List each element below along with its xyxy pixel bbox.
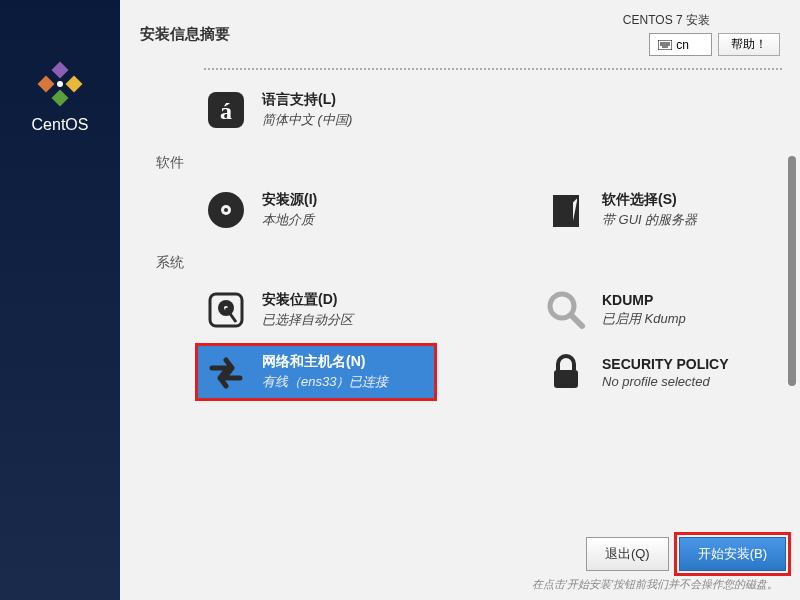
- centos-logo-icon: [36, 60, 84, 108]
- spoke-security-policy[interactable]: SECURITY POLICY No profile selected: [536, 344, 776, 400]
- footer-hint: 在点击'开始安装'按钮前我们并不会操作您的磁盘。: [120, 577, 790, 592]
- svg-text:á: á: [220, 98, 232, 124]
- magnifier-icon: [544, 288, 588, 332]
- item-subtitle: 带 GUI 的服务器: [602, 211, 697, 229]
- sidebar: CentOS: [0, 0, 120, 600]
- spoke-language-support[interactable]: á 语言支持(L) 简体中文 (中国): [196, 82, 782, 138]
- footer: 退出(Q) 开始安装(B) 在点击'开始安装'按钮前我们并不会操作您的磁盘。: [120, 531, 800, 600]
- svg-rect-0: [52, 62, 69, 79]
- item-title: 网络和主机名(N): [262, 353, 388, 371]
- svg-rect-1: [66, 76, 83, 93]
- item-title: 软件选择(S): [602, 191, 697, 209]
- item-subtitle: 有线（ens33）已连接: [262, 373, 388, 391]
- svg-point-4: [57, 81, 63, 87]
- item-subtitle: 本地介质: [262, 211, 317, 229]
- quit-button[interactable]: 退出(Q): [586, 537, 669, 571]
- main-panel: 安装信息摘要 CENTOS 7 安装 cn 帮助！ á 语言支持(L) 简体中文…: [120, 0, 800, 600]
- begin-install-button[interactable]: 开始安装(B): [679, 537, 786, 571]
- help-button[interactable]: 帮助！: [718, 33, 780, 56]
- hdd-icon: [204, 288, 248, 332]
- keyboard-layout: cn: [676, 38, 689, 52]
- item-subtitle: 已启用 Kdump: [602, 310, 686, 328]
- item-subtitle: No profile selected: [602, 374, 729, 389]
- svg-rect-18: [554, 370, 578, 388]
- item-title: 语言支持(L): [262, 91, 352, 109]
- spoke-network[interactable]: 网络和主机名(N) 有线（ens33）已连接: [196, 344, 436, 400]
- scrollbar-thumb[interactable]: [788, 156, 796, 386]
- svg-rect-2: [52, 90, 69, 107]
- lock-icon: [544, 350, 588, 394]
- brand-label: CentOS: [32, 116, 89, 134]
- spoke-install-destination[interactable]: 安装位置(D) 已选择自动分区: [196, 282, 436, 338]
- divider: [204, 68, 782, 70]
- product-label: CENTOS 7 安装: [623, 12, 710, 29]
- language-icon: á: [204, 88, 248, 132]
- scrollbar[interactable]: [788, 156, 798, 566]
- item-title: SECURITY POLICY: [602, 356, 729, 372]
- section-software-label: 软件: [156, 154, 782, 172]
- section-system-label: 系统: [156, 254, 782, 272]
- item-title: 安装位置(D): [262, 291, 353, 309]
- keyboard-indicator[interactable]: cn: [649, 33, 712, 56]
- item-subtitle: 已选择自动分区: [262, 311, 353, 329]
- spoke-kdump[interactable]: KDUMP 已启用 Kdump: [536, 282, 776, 338]
- page-title: 安装信息摘要: [140, 25, 230, 44]
- spoke-install-source[interactable]: 安装源(I) 本地介质: [196, 182, 436, 238]
- disc-icon: [204, 188, 248, 232]
- item-title: 安装源(I): [262, 191, 317, 209]
- spoke-software-selection[interactable]: 软件选择(S) 带 GUI 的服务器: [536, 182, 776, 238]
- network-icon: [204, 350, 248, 394]
- item-title: KDUMP: [602, 292, 686, 308]
- svg-point-13: [224, 208, 228, 212]
- header: 安装信息摘要 CENTOS 7 安装 cn 帮助！: [120, 0, 800, 56]
- keyboard-icon: [658, 40, 672, 50]
- content: á 语言支持(L) 简体中文 (中国) 软件 安装源(I) 本地介质: [120, 56, 800, 600]
- package-icon: [544, 188, 588, 232]
- item-subtitle: 简体中文 (中国): [262, 111, 352, 129]
- svg-rect-3: [38, 76, 55, 93]
